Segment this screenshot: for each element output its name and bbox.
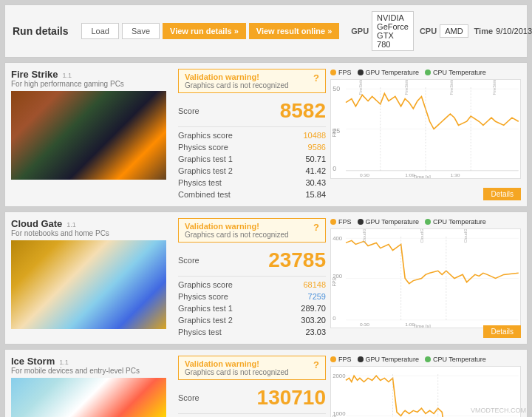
gpu-field: GPU NVIDIA GeForce GTX 780 [351, 11, 414, 51]
score-row-graphics-score: Graphics score 10488 [178, 129, 326, 141]
validation-title-fire-strike: Validation warning! [185, 72, 289, 81]
svg-text:0: 0 [332, 315, 335, 322]
fps-label: FPS [338, 218, 352, 226]
legend-fps-ice-storm: FPS [330, 356, 352, 363]
score-row-physics-score: Physics score 7259 [178, 291, 326, 302]
bench-left-cloud-gate: Cloud Gate 1.1 For notebooks and home PC… [11, 218, 174, 338]
score-row-graphics-score: Graphics score 68148 [178, 279, 326, 291]
legend-gpu-fire-strike: GPU Temperature [358, 69, 419, 76]
validation-warning-ice-storm: Validation warning! Graphics card is not… [178, 356, 326, 380]
fps-dot [330, 356, 336, 362]
gpu-dot [358, 70, 364, 75]
legend-gpu-cloud-gate: GPU Temperature [358, 218, 419, 226]
legend-gpu-ice-storm: GPU Temperature [358, 356, 419, 363]
score-label: Graphics test 2 [178, 316, 233, 325]
bench-name-fire-strike: Fire Strike [11, 69, 58, 80]
bench-right-cloud-gate: FPS GPU Temperature CPU Temperature 400 … [330, 218, 521, 338]
score-label: Physics test [178, 178, 222, 187]
details-button-fire-strike[interactable]: Details [483, 188, 521, 200]
score-row-graphics-test-1: Graphics test 1 289.70 [178, 302, 326, 314]
cpu-dot [425, 219, 431, 225]
score-value: 68148 [303, 280, 326, 289]
details-button-cloud-gate[interactable]: Details [483, 325, 521, 338]
score-main-label-cloud-gate: Score [178, 256, 200, 265]
fps-dot [330, 219, 336, 225]
score-row-graphics-test-1: Graphics test 1 50.71 [178, 153, 326, 165]
fps-label: FPS [338, 69, 352, 76]
main-score-row-ice-storm: Score 130710 [178, 384, 326, 411]
help-icon-cloud-gate[interactable]: ? [313, 222, 319, 233]
main-score-row-fire-strike: Score 8582 [178, 98, 326, 124]
view-result-online-button[interactable]: View result online » [249, 23, 340, 39]
benchmark-ice-storm: Ice Storm 1.1 For mobile devices and ent… [4, 349, 528, 417]
chart-legend-cloud-gate: FPS GPU Temperature CPU Temperature [330, 218, 521, 226]
validation-text-fire-strike: Graphics card is not recognized [185, 81, 289, 89]
score-value: 23.03 [305, 328, 326, 336]
help-icon-ice-storm[interactable]: ? [313, 359, 319, 370]
bench-image-fire-strike [11, 91, 166, 180]
cpu-dot [425, 356, 431, 362]
bench-name-cloud-gate: Cloud Gate [11, 218, 62, 229]
score-label: Graphics score [178, 131, 233, 140]
chart-legend-fire-strike: FPS GPU Temperature CPU Temperature [330, 69, 521, 76]
score-value: 289.70 [301, 304, 326, 313]
gpu-dot [358, 356, 364, 362]
load-button[interactable]: Load [81, 23, 118, 39]
watermark: VMODTECH.COM [471, 407, 526, 414]
gpu-label: GPU [351, 27, 369, 35]
svg-text:0:30: 0:30 [360, 172, 369, 177]
score-value: 15.84 [305, 190, 326, 199]
validation-warning-fire-strike: Validation warning! Graphics card is not… [178, 69, 326, 93]
gpu-temp-label: GPU Temperature [366, 218, 419, 226]
svg-text:2000: 2000 [332, 373, 345, 380]
main-score-row-cloud-gate: Score 23785 [178, 247, 326, 274]
chart-area-fire-strike: 50 25 0 0:30 1:00 1:30 Time [s] FireStri… [330, 79, 521, 179]
svg-text:FPS: FPS [331, 278, 336, 287]
bench-middle-fire-strike: Validation warning! Graphics card is not… [178, 69, 326, 200]
gpu-temp-label: GPU Temperature [366, 69, 419, 76]
bench-name-ice-storm: Ice Storm [11, 356, 55, 367]
score-row-physics-test: Physics test 23.03 [178, 326, 326, 338]
benchmark-cloud-gate: Cloud Gate 1.1 For notebooks and home PC… [4, 211, 528, 345]
bench-left-fire-strike: Fire Strike 1.1 For high performance gam… [11, 69, 174, 200]
page-wrapper: Run details Load Save View run details »… [0, 0, 532, 417]
validation-warning-cloud-gate: Validation warning! Graphics card is not… [178, 218, 326, 243]
cpu-label: CPU [420, 27, 437, 35]
run-details-title: Run details [13, 25, 68, 37]
score-main-value-cloud-gate: 23785 [268, 248, 326, 272]
score-value: 9586 [308, 143, 326, 152]
score-value: 41.42 [305, 166, 326, 175]
cpu-temp-label: CPU Temperature [433, 69, 486, 76]
score-label: Graphics score [178, 280, 233, 289]
bench-left-ice-storm: Ice Storm 1.1 For mobile devices and ent… [11, 356, 174, 417]
cpu-value: AMD [440, 24, 468, 38]
bench-image-cloud-gate [11, 240, 166, 329]
cpu-dot [425, 70, 431, 75]
score-main-value-ice-storm: 130710 [257, 386, 326, 410]
fps-dot [330, 70, 336, 75]
save-button[interactable]: Save [122, 23, 160, 39]
svg-text:FPS: FPS [331, 129, 336, 138]
legend-cpu-fire-strike: CPU Temperature [425, 69, 486, 76]
svg-text:CloudGate1: CloudGate1 [362, 229, 366, 243]
svg-text:0:30: 0:30 [360, 322, 369, 327]
view-run-details-button[interactable]: View run details » [163, 23, 246, 39]
score-value: 7259 [308, 292, 326, 301]
legend-cpu-ice-storm: CPU Temperature [425, 356, 486, 363]
time-value: 9/10/2013 12:25:02 PM [496, 27, 532, 35]
help-icon-fire-strike[interactable]: ? [313, 72, 319, 84]
svg-text:400: 400 [332, 236, 342, 243]
gpu-temp-label: GPU Temperature [366, 356, 419, 363]
svg-text:CloudGatePhysics: CloudGatePhysics [463, 229, 467, 243]
validation-text-ice-storm: Graphics card is not recognized [185, 368, 289, 376]
time-label: Time [474, 27, 493, 35]
legend-fps-fire-strike: FPS [330, 69, 352, 76]
svg-text:Time [s]: Time [s] [413, 174, 431, 178]
score-row-physics-score: Physics score 9586 [178, 141, 326, 153]
run-details-header: Run details Load Save View run details »… [4, 4, 528, 58]
svg-text:FireStrike: FireStrike [358, 80, 363, 95]
bench-image-ice-storm [11, 378, 166, 417]
score-value: 50.71 [305, 155, 326, 163]
svg-text:1:30: 1:30 [450, 172, 460, 177]
score-label: Graphics test 1 [178, 155, 233, 163]
